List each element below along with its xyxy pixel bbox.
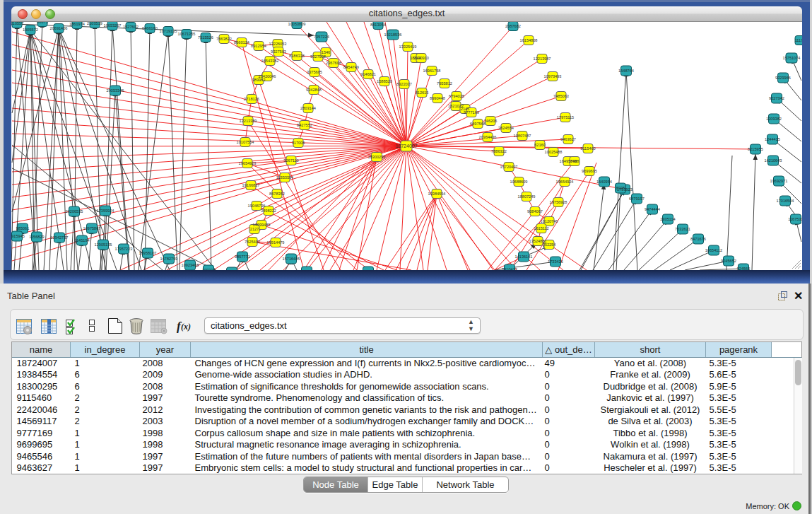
svg-text:10053809: 10053809 bbox=[288, 22, 306, 26]
svg-text:1588520: 1588520 bbox=[377, 79, 392, 83]
svg-text:1640954: 1640954 bbox=[596, 180, 612, 184]
svg-text:2803144: 2803144 bbox=[300, 106, 316, 110]
svg-text:29053346: 29053346 bbox=[107, 88, 124, 93]
svg-text:1733426: 1733426 bbox=[548, 259, 563, 264]
svg-text:8427552: 8427552 bbox=[297, 123, 312, 127]
svg-text:3498222: 3498222 bbox=[261, 209, 276, 213]
svg-text:11172: 11172 bbox=[795, 38, 802, 42]
svg-text:10120746: 10120746 bbox=[541, 219, 558, 223]
svg-text:10025488: 10025488 bbox=[545, 150, 563, 154]
svg-text:15751074: 15751074 bbox=[783, 56, 801, 60]
svg-text:11353594: 11353594 bbox=[276, 175, 293, 180]
svg-text:1905572: 1905572 bbox=[23, 28, 38, 32]
svg-text:7663822: 7663822 bbox=[216, 37, 232, 41]
svg-text:1615112: 1615112 bbox=[534, 226, 548, 230]
svg-text:20691406: 20691406 bbox=[50, 26, 68, 30]
svg-text:19756928: 19756928 bbox=[550, 200, 567, 204]
svg-text:9242848: 9242848 bbox=[306, 88, 322, 92]
svg-text:8813054: 8813054 bbox=[370, 23, 386, 27]
svg-text:9115460: 9115460 bbox=[580, 146, 595, 151]
svg-text:19384554: 19384554 bbox=[428, 192, 446, 196]
svg-text:812615: 812615 bbox=[416, 90, 429, 95]
svg-text:19166827: 19166827 bbox=[242, 183, 260, 187]
svg-text:20364436: 20364436 bbox=[479, 135, 497, 139]
svg-text:17016504: 17016504 bbox=[777, 199, 794, 203]
svg-text:8471676: 8471676 bbox=[690, 237, 706, 241]
svg-text:2367608: 2367608 bbox=[326, 61, 341, 65]
svg-text:1156829: 1156829 bbox=[29, 235, 44, 239]
svg-text:8938: 8938 bbox=[616, 186, 625, 190]
svg-text:317006: 317006 bbox=[292, 141, 305, 145]
svg-text:15720407: 15720407 bbox=[500, 165, 518, 169]
svg-text:7625402: 7625402 bbox=[245, 240, 260, 244]
svg-text:1546: 1546 bbox=[322, 50, 330, 54]
svg-text:(x): (x) bbox=[181, 322, 191, 332]
svg-text:7485063: 7485063 bbox=[553, 94, 569, 98]
svg-text:210557: 210557 bbox=[11, 22, 23, 25]
svg-text:9245652: 9245652 bbox=[721, 259, 736, 263]
svg-text:2103519: 2103519 bbox=[87, 22, 102, 25]
svg-text:10688609: 10688609 bbox=[510, 180, 528, 184]
svg-text:985061: 985061 bbox=[16, 226, 30, 230]
svg-text:16154808: 16154808 bbox=[520, 38, 538, 42]
svg-text:12213389: 12213389 bbox=[240, 119, 257, 123]
svg-text:17957223: 17957223 bbox=[115, 247, 133, 251]
svg-text:17975115: 17975115 bbox=[557, 115, 574, 119]
svg-text:86675: 86675 bbox=[37, 22, 48, 24]
svg-text:19218536: 19218536 bbox=[384, 33, 402, 37]
svg-text:19654924: 19654924 bbox=[556, 180, 574, 184]
svg-text:13226053: 13226053 bbox=[269, 42, 287, 46]
svg-text:6497568: 6497568 bbox=[470, 122, 486, 126]
svg-text:6466160: 6466160 bbox=[142, 26, 158, 30]
svg-text:13325419: 13325419 bbox=[399, 45, 417, 49]
svg-text:18724007: 18724007 bbox=[395, 144, 417, 148]
svg-text:7357224: 7357224 bbox=[314, 35, 329, 39]
svg-text:10719135: 10719135 bbox=[160, 29, 177, 33]
svg-text:252254: 252254 bbox=[543, 243, 556, 247]
svg-text:9857771: 9857771 bbox=[235, 255, 250, 259]
svg-text:1209382: 1209382 bbox=[766, 117, 782, 121]
svg-text:9329966: 9329966 bbox=[775, 76, 791, 80]
svg-text:8498: 8498 bbox=[570, 159, 579, 163]
svg-text:16914479: 16914479 bbox=[267, 240, 285, 245]
svg-text:9327508: 9327508 bbox=[310, 54, 326, 59]
svg-text:19654923: 19654923 bbox=[239, 161, 257, 165]
svg-text:10653267: 10653267 bbox=[104, 23, 122, 28]
svg-text:18300295: 18300295 bbox=[368, 155, 386, 159]
svg-text:7632621: 7632621 bbox=[675, 227, 690, 231]
svg-text:8322037: 8322037 bbox=[396, 82, 412, 86]
svg-text:2935114: 2935114 bbox=[660, 217, 675, 221]
svg-text:10958107: 10958107 bbox=[139, 251, 157, 255]
svg-text:9327503: 9327503 bbox=[271, 49, 286, 54]
svg-text:1527602: 1527602 bbox=[123, 25, 139, 29]
svg-text:1167533: 1167533 bbox=[788, 217, 802, 221]
svg-text:3624554: 3624554 bbox=[498, 126, 514, 130]
svg-text:8990448: 8990448 bbox=[430, 96, 445, 100]
svg-text:8454749: 8454749 bbox=[343, 65, 359, 69]
svg-text:8912954: 8912954 bbox=[251, 44, 266, 48]
svg-text:16210643: 16210643 bbox=[765, 158, 782, 163]
svg-text:14136141: 14136141 bbox=[515, 255, 533, 259]
svg-text:2718126: 2718126 bbox=[244, 97, 259, 101]
svg-text:2130910: 2130910 bbox=[413, 56, 429, 60]
svg-text:10107554: 10107554 bbox=[237, 140, 254, 144]
svg-text:746206: 746206 bbox=[484, 119, 498, 123]
svg-text:2087682: 2087682 bbox=[505, 24, 521, 28]
svg-text:10975867: 10975867 bbox=[83, 226, 101, 230]
svg-text:8660124: 8660124 bbox=[234, 40, 249, 45]
svg-text:10654112: 10654112 bbox=[705, 248, 722, 252]
svg-text:9474444: 9474444 bbox=[645, 207, 660, 211]
svg-text:1861974: 1861974 bbox=[69, 22, 85, 26]
svg-text:10807487: 10807487 bbox=[514, 134, 531, 138]
svg-text:12942737: 12942737 bbox=[51, 235, 69, 240]
svg-text:9777169: 9777169 bbox=[464, 110, 479, 115]
svg-text:9463627: 9463627 bbox=[560, 137, 576, 141]
svg-text:7886322: 7886322 bbox=[491, 149, 507, 153]
svg-text:18807249: 18807249 bbox=[518, 194, 536, 199]
svg-text:16543382: 16543382 bbox=[261, 59, 279, 63]
svg-text:23420046: 23420046 bbox=[259, 74, 276, 78]
svg-text:1548764: 1548764 bbox=[618, 69, 634, 73]
svg-text:3267110: 3267110 bbox=[283, 158, 298, 163]
svg-text:9227342: 9227342 bbox=[769, 96, 784, 100]
svg-text:2127: 2127 bbox=[250, 227, 259, 231]
